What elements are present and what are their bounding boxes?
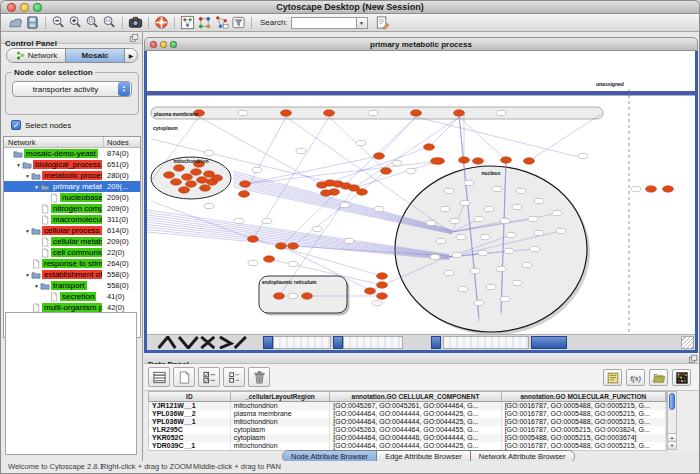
gene-node[interactable] <box>444 188 454 193</box>
gene-node[interactable] <box>530 246 540 251</box>
gene-node[interactable] <box>504 248 514 253</box>
gene-node[interactable] <box>478 250 488 255</box>
selected-gene-node[interactable] <box>501 157 512 164</box>
gene-node[interactable] <box>556 228 566 233</box>
gene-node[interactable] <box>534 230 544 235</box>
gene-node[interactable] <box>480 234 490 239</box>
node-color-attribute-select[interactable]: transporter activity ▲▼ <box>12 81 132 97</box>
gene-node[interactable] <box>262 218 272 223</box>
filter-button[interactable] <box>230 15 247 31</box>
table-column-header[interactable]: annotation.GO MOLECULAR_FUNCTION <box>502 392 666 401</box>
resize-grip-icon[interactable] <box>681 336 694 349</box>
gene-node[interactable] <box>340 202 350 207</box>
selected-gene-node[interactable] <box>324 110 335 117</box>
gene-node[interactable] <box>500 218 510 223</box>
gene-node[interactable] <box>492 186 502 191</box>
help-button[interactable] <box>153 15 170 31</box>
gene-node[interactable] <box>506 232 516 237</box>
selected-gene-node[interactable] <box>377 293 388 300</box>
background-window-fragment[interactable] <box>431 336 441 349</box>
gene-node[interactable] <box>460 200 470 205</box>
main-titlebar[interactable]: Cytoscape Desktop (New Session) <box>1 1 699 14</box>
gene-node[interactable] <box>426 220 436 225</box>
gene-node[interactable] <box>344 238 354 243</box>
gene-node[interactable] <box>516 188 526 193</box>
tab-network[interactable]: Network <box>7 49 65 62</box>
gene-node[interactable] <box>452 252 462 257</box>
function-builder-button[interactable]: f(x) <box>626 369 645 386</box>
scroll-down-arrow-icon[interactable]: ▼ <box>668 441 676 449</box>
gene-node[interactable] <box>578 153 588 158</box>
selected-gene-node[interactable] <box>248 236 259 243</box>
table-vertical-scrollbar[interactable]: ▲ ▼ <box>667 391 677 450</box>
new-attribute-button[interactable] <box>173 367 195 387</box>
gene-node[interactable] <box>356 140 366 145</box>
selected-gene-node[interactable] <box>182 174 193 181</box>
gene-node[interactable] <box>288 293 298 298</box>
gene-node[interactable] <box>238 110 248 115</box>
selected-gene-node[interactable] <box>473 158 484 165</box>
table-column-header[interactable]: annotation.GO CELLULAR_COMPONENT <box>330 392 501 401</box>
tree-row-secretion[interactable]: secretion41(0) <box>4 291 140 302</box>
background-window-fragment[interactable] <box>343 336 403 349</box>
tree-row-transport[interactable]: ▼transport558(0) <box>4 280 140 291</box>
selected-gene-node[interactable] <box>239 191 250 198</box>
disclosure-triangle-icon[interactable]: ▼ <box>15 162 22 168</box>
zoom-out-button[interactable] <box>50 15 67 31</box>
selected-gene-node[interactable] <box>424 144 435 151</box>
gene-node[interactable] <box>496 266 506 271</box>
selected-gene-node[interactable] <box>411 110 422 117</box>
scroll-up-arrow-icon[interactable]: ▲ <box>668 433 676 441</box>
gene-node[interactable] <box>288 261 298 266</box>
attribute-table-button[interactable] <box>148 367 170 387</box>
vizmapper-button[interactable] <box>196 15 213 31</box>
gene-node[interactable] <box>450 218 460 223</box>
gene-node[interactable] <box>528 216 538 221</box>
select-attributes-button[interactable] <box>198 367 220 387</box>
tree-row-cell-communicat[interactable]: cell communicat22(0) <box>4 247 140 258</box>
gene-node[interactable] <box>631 186 641 191</box>
select-nodes-checkbox[interactable]: ✓ <box>11 120 21 130</box>
gene-node[interactable] <box>484 206 494 211</box>
save-button[interactable] <box>24 15 41 31</box>
gene-node[interactable] <box>512 204 522 209</box>
gene-node[interactable] <box>312 226 322 231</box>
selected-gene-node[interactable] <box>186 181 197 188</box>
snapshot-button[interactable] <box>127 15 144 31</box>
gene-node[interactable] <box>456 234 466 239</box>
gene-node[interactable] <box>512 280 522 285</box>
background-window-fragment[interactable] <box>333 336 343 349</box>
unselect-attributes-button[interactable] <box>223 367 245 387</box>
tree-row-metabolic-process[interactable]: ▼metabolic process280(0) <box>4 170 140 181</box>
gene-node[interactable] <box>252 167 262 172</box>
selected-gene-node[interactable] <box>179 187 190 194</box>
selected-gene-node[interactable] <box>459 157 470 164</box>
gene-node[interactable] <box>500 296 510 301</box>
gene-node[interactable] <box>392 160 402 165</box>
selected-gene-node[interactable] <box>281 110 292 117</box>
gene-node[interactable] <box>534 198 544 203</box>
selected-gene-node[interactable] <box>431 158 442 165</box>
table-row[interactable]: YLR295Ccytoplasm[GO:0045263, GO:0044464,… <box>149 426 666 434</box>
search-input[interactable] <box>291 17 357 29</box>
gene-node[interactable] <box>464 180 474 185</box>
selected-gene-node[interactable] <box>663 186 674 193</box>
birdseye-view-panel[interactable] <box>5 312 137 455</box>
selected-gene-node[interactable] <box>276 243 287 250</box>
delete-attributes-button[interactable] <box>248 367 270 387</box>
disclosure-triangle-icon[interactable]: ▼ <box>24 272 31 278</box>
annotation-button[interactable] <box>213 15 230 31</box>
tree-row-cellular-metabol[interactable]: cellular metabol209(0) <box>4 236 140 247</box>
search-dropdown-arrow-icon[interactable]: ▼ <box>357 17 368 29</box>
float-panel-button[interactable] <box>688 354 698 364</box>
background-window-fragment[interactable] <box>263 336 273 349</box>
configure-search-button[interactable] <box>374 15 391 31</box>
selected-gene-node[interactable] <box>321 190 332 197</box>
tree-row-primary-metabolic[interactable]: ▼primary metabolic209(... <box>4 181 140 192</box>
selected-gene-node[interactable] <box>357 189 368 196</box>
gene-node[interactable] <box>486 284 496 289</box>
tree-row-establishment-of-lo[interactable]: ▼establishment of lo558(0) <box>4 269 140 280</box>
gene-node[interactable] <box>470 268 480 273</box>
selected-gene-node[interactable] <box>174 165 185 172</box>
selected-gene-node[interactable] <box>302 293 313 300</box>
